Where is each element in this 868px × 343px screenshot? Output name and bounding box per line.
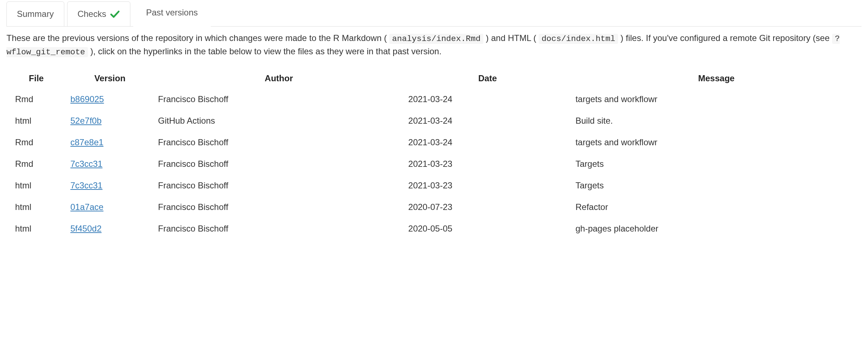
- cell-author: Francisco Bischoff: [154, 88, 404, 110]
- col-header-message: Message: [571, 68, 862, 88]
- cell-message: Targets: [571, 175, 862, 196]
- cell-message: Targets: [571, 153, 862, 175]
- cell-version: 7c3cc31: [66, 175, 154, 196]
- cell-file: Rmd: [6, 132, 66, 153]
- cell-message: Refactor: [571, 196, 862, 218]
- cell-author: GitHub Actions: [154, 110, 404, 132]
- col-header-version: Version: [66, 68, 154, 88]
- cell-date: 2021-03-24: [404, 132, 571, 153]
- tab-checks[interactable]: Checks: [67, 1, 130, 27]
- cell-file: html: [6, 175, 66, 196]
- tab-checks-label: Checks: [78, 8, 106, 20]
- table-row: html01a7aceFrancisco Bischoff2020-07-23R…: [6, 196, 862, 218]
- cell-author: Francisco Bischoff: [154, 132, 404, 153]
- code-html-path: docs/index.html: [539, 34, 618, 44]
- table-row: html5f450d2Francisco Bischoff2020-05-05g…: [6, 218, 862, 239]
- cell-date: 2021-03-23: [404, 153, 571, 175]
- intro-text: ) files. If you've configured a remote G…: [621, 33, 832, 43]
- cell-date: 2021-03-23: [404, 175, 571, 196]
- intro-paragraph: These are the previous versions of the r…: [6, 32, 862, 58]
- cell-message: Build site.: [571, 110, 862, 132]
- version-link[interactable]: 52e7f0b: [70, 116, 102, 125]
- tab-past-versions-label: Past versions: [146, 6, 198, 19]
- version-link[interactable]: b869025: [70, 94, 104, 104]
- tab-summary-label: Summary: [17, 8, 54, 20]
- cell-date: 2021-03-24: [404, 88, 571, 110]
- version-link[interactable]: 01a7ace: [70, 202, 103, 212]
- version-link[interactable]: 7c3cc31: [70, 180, 102, 190]
- cell-author: Francisco Bischoff: [154, 218, 404, 239]
- cell-date: 2021-03-24: [404, 110, 571, 132]
- cell-message: targets and workflowr: [571, 132, 862, 153]
- cell-author: Francisco Bischoff: [154, 196, 404, 218]
- intro-text: These are the previous versions of the r…: [6, 33, 387, 43]
- version-link[interactable]: 7c3cc31: [70, 159, 102, 169]
- table-row: html7c3cc31Francisco Bischoff2021-03-23T…: [6, 175, 862, 196]
- code-rmd-path: analysis/index.Rmd: [389, 34, 483, 44]
- col-header-file: File: [6, 68, 66, 88]
- page-container: Summary Checks Past versions These are t…: [0, 0, 868, 254]
- cell-file: Rmd: [6, 153, 66, 175]
- cell-message: gh-pages placeholder: [571, 218, 862, 239]
- tab-bar: Summary Checks Past versions: [6, 0, 862, 27]
- cell-version: 52e7f0b: [66, 110, 154, 132]
- cell-author: Francisco Bischoff: [154, 175, 404, 196]
- tab-past-versions[interactable]: Past versions: [133, 0, 211, 27]
- col-header-author: Author: [154, 68, 404, 88]
- cell-file: Rmd: [6, 88, 66, 110]
- version-link[interactable]: c87e8e1: [70, 137, 103, 147]
- version-link[interactable]: 5f450d2: [70, 224, 102, 233]
- cell-version: b869025: [66, 88, 154, 110]
- cell-date: 2020-05-05: [404, 218, 571, 239]
- cell-file: html: [6, 218, 66, 239]
- cell-file: html: [6, 196, 66, 218]
- table-row: Rmdb869025Francisco Bischoff2021-03-24ta…: [6, 88, 862, 110]
- tab-summary[interactable]: Summary: [6, 1, 64, 27]
- table-row: Rmd7c3cc31Francisco Bischoff2021-03-23Ta…: [6, 153, 862, 175]
- check-icon: [110, 9, 120, 19]
- cell-version: 01a7ace: [66, 196, 154, 218]
- intro-text: ), click on the hyperlinks in the table …: [90, 46, 442, 56]
- table-header: File Version Author Date Message: [6, 68, 862, 88]
- table-body: Rmdb869025Francisco Bischoff2021-03-24ta…: [6, 88, 862, 239]
- col-header-date: Date: [404, 68, 571, 88]
- cell-version: 5f450d2: [66, 218, 154, 239]
- cell-date: 2020-07-23: [404, 196, 571, 218]
- intro-text: ) and HTML (: [486, 33, 536, 43]
- cell-file: html: [6, 110, 66, 132]
- cell-version: c87e8e1: [66, 132, 154, 153]
- cell-version: 7c3cc31: [66, 153, 154, 175]
- table-row: Rmdc87e8e1Francisco Bischoff2021-03-24ta…: [6, 132, 862, 153]
- versions-table: File Version Author Date Message Rmdb869…: [6, 68, 862, 239]
- table-row: html52e7f0bGitHub Actions2021-03-24Build…: [6, 110, 862, 132]
- cell-message: targets and workflowr: [571, 88, 862, 110]
- cell-author: Francisco Bischoff: [154, 153, 404, 175]
